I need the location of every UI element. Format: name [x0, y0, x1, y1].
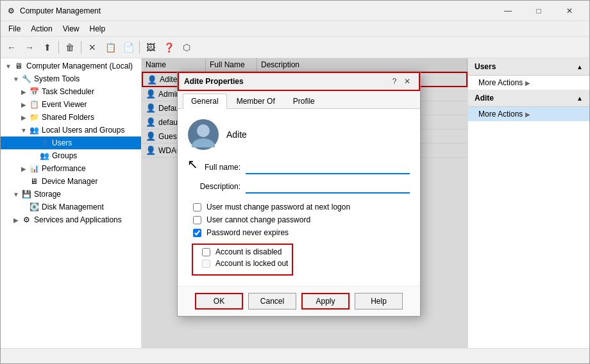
svg-point-1: [192, 138, 215, 147]
toolbar-btn-3[interactable]: ✕: [84, 40, 101, 55]
services-icon: ⚙: [21, 215, 31, 225]
toolbar-btn-4[interactable]: 📋: [102, 40, 119, 55]
dialog-footer: OK Cancel Apply Help: [178, 286, 420, 316]
tools-icon: 🔧: [21, 74, 31, 84]
toolbar-up[interactable]: ⬆: [39, 40, 56, 55]
dialog-body: Adite Full name: Description:: [178, 109, 420, 286]
sidebar-item-local-users-groups[interactable]: ▼ 👥 Local Users and Groups: [1, 124, 141, 136]
more-actions-label: More Actions: [478, 78, 523, 87]
fullname-input[interactable]: [246, 160, 410, 174]
is-disabled-label: Account is disabled: [215, 247, 282, 256]
sidebar-label: Local Users and Groups: [42, 126, 124, 135]
toolbar-btn-8[interactable]: ⬡: [178, 40, 195, 55]
expand-icon: ▶: [19, 99, 29, 110]
actions-adite-header[interactable]: Adite ▲: [468, 90, 589, 107]
expand-icon: ▶: [19, 87, 29, 97]
sidebar-item-task-scheduler[interactable]: ▶ 📅 Task Scheduler: [1, 85, 141, 98]
sidebar-item-event-viewer[interactable]: ▶ 📋 Event Viewer: [1, 98, 141, 111]
sidebar-label: Storage: [34, 190, 61, 199]
sidebar-tree: ▼ 🖥 Computer Management (Local) ▼ 🔧 Syst…: [1, 58, 142, 348]
cannot-change-label: User cannot change password: [206, 215, 310, 224]
toolbar: ← → ⬆ 🗑 ✕ 📋 📄 🖼 ❓ ⬡: [1, 37, 589, 58]
is-locked-checkbox[interactable]: [202, 260, 210, 268]
maximize-button[interactable]: □: [524, 1, 553, 21]
dialog-help-btn[interactable]: ?: [388, 75, 401, 88]
adite-properties-dialog: Adite Properties ? ✕ General Member Of P…: [177, 71, 421, 317]
description-input[interactable]: [246, 179, 410, 194]
tab-general[interactable]: General: [183, 94, 227, 109]
menu-action[interactable]: Action: [26, 23, 57, 35]
toolbar-show-hide[interactable]: 🗑: [62, 40, 78, 55]
actions-more-actions[interactable]: More Actions ▶: [468, 76, 589, 90]
apply-button[interactable]: Apply: [301, 293, 350, 310]
sidebar-label: Performance: [42, 164, 86, 173]
sidebar-item-services-apps[interactable]: ▶ ⚙ Services and Applications: [1, 213, 141, 226]
expand-icon: [19, 176, 29, 186]
sidebar-label: Services and Applications: [34, 215, 122, 224]
is-locked-label: Account is locked out: [215, 259, 288, 268]
minimize-button[interactable]: —: [493, 1, 523, 21]
close-button[interactable]: ✕: [555, 1, 584, 21]
expand-icon: [29, 138, 39, 148]
tab-profile[interactable]: Profile: [285, 94, 323, 108]
sidebar-item-shared-folders[interactable]: ▶ 📁 Shared Folders: [1, 111, 141, 124]
sidebar-item-users[interactable]: 👤 Users: [1, 136, 141, 149]
sidebar-item-device-manager[interactable]: 🖥 Device Manager: [1, 175, 141, 188]
user-icon: 👤: [39, 138, 49, 148]
expand-icon: [19, 202, 29, 212]
sidebar-item-computer-management[interactable]: ▼ 🖥 Computer Management (Local): [1, 60, 141, 72]
toolbar-sep-2: [81, 41, 81, 54]
sidebar-item-performance[interactable]: ▶ 📊 Performance: [1, 162, 141, 175]
description-label: Description:: [188, 182, 246, 191]
perf-icon: 📊: [29, 163, 39, 174]
actions-users-header[interactable]: Users ▲: [468, 58, 589, 76]
toolbar-sep-3: [139, 41, 140, 54]
never-expires-label: Password never expires: [206, 228, 289, 237]
sidebar-item-disk-management[interactable]: 💽 Disk Management: [1, 201, 141, 213]
menu-bar: File Action View Help: [1, 21, 589, 37]
cancel-button[interactable]: Cancel: [248, 293, 296, 310]
description-row: Description:: [188, 179, 410, 194]
toolbar-forward[interactable]: →: [21, 40, 38, 55]
is-disabled-checkbox[interactable]: [202, 248, 210, 256]
expand-icon: ▶: [19, 163, 29, 174]
sidebar-label: Disk Management: [42, 203, 104, 211]
main-window: ⚙ Computer Management — □ ✕ File Action …: [0, 0, 590, 364]
sidebar-label: Computer Management (Local): [26, 62, 133, 70]
toolbar-back[interactable]: ←: [3, 40, 20, 55]
menu-file[interactable]: File: [3, 23, 26, 35]
toolbar-btn-5[interactable]: 📄: [120, 40, 137, 55]
chevron-up-icon-2: ▲: [577, 95, 583, 102]
group-icon: 👥: [39, 151, 49, 161]
menu-view[interactable]: View: [58, 23, 85, 35]
avatar: [188, 119, 219, 150]
sidebar-label: Task Scheduler: [42, 87, 94, 96]
help-button[interactable]: Help: [355, 293, 403, 310]
must-change-label: User must change password at next logon: [206, 203, 350, 211]
computer-icon: 🖥: [13, 61, 24, 71]
sidebar-item-groups[interactable]: 👥 Groups: [1, 149, 141, 162]
tab-member-of[interactable]: Member Of: [228, 94, 283, 108]
ok-button[interactable]: OK: [195, 293, 243, 310]
folder-icon: 📁: [29, 112, 39, 122]
toolbar-btn-6[interactable]: 🖼: [142, 40, 159, 55]
expand-icon: ▼: [11, 74, 21, 84]
dialog-username: Adite: [226, 129, 247, 140]
never-expires-checkbox[interactable]: [193, 229, 201, 237]
cannot-change-checkbox[interactable]: [193, 216, 201, 224]
dialog-close-btn[interactable]: ✕: [401, 75, 414, 88]
checkbox-is-disabled-row: Account is disabled: [197, 247, 288, 256]
event-icon: 📋: [29, 99, 39, 110]
menu-help[interactable]: Help: [85, 23, 111, 35]
window-controls: — □ ✕: [493, 1, 584, 21]
sidebar-item-storage[interactable]: ▼ 💾 Storage: [1, 188, 141, 201]
users-icon: 👥: [29, 125, 39, 135]
must-change-checkbox[interactable]: [193, 203, 201, 211]
sidebar-label: Users: [52, 138, 72, 147]
actions-panel: Users ▲ More Actions ▶ Adite ▲ More Acti…: [468, 58, 589, 348]
toolbar-btn-7[interactable]: ❓: [160, 40, 177, 55]
actions-adite-more-actions[interactable]: More Actions ▶: [468, 107, 589, 121]
expand-icon: [29, 151, 39, 161]
sidebar-item-system-tools[interactable]: ▼ 🔧 System Tools: [1, 72, 141, 85]
arrow-right-icon-2: ▶: [525, 111, 530, 118]
